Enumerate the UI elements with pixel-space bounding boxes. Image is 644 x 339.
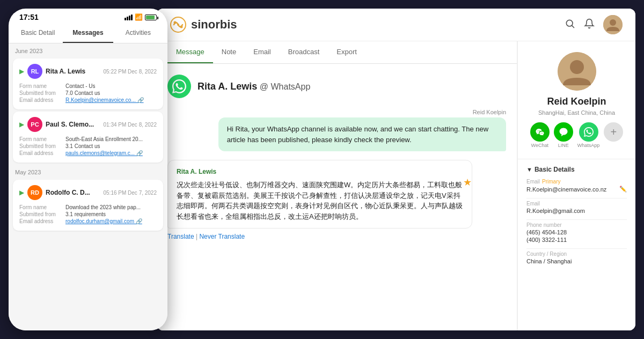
add-channel-button[interactable]: + <box>604 122 623 142</box>
divider <box>526 198 627 198</box>
detail-row: Submitted from 7.0 Contact us <box>19 90 157 96</box>
contact-card-paul[interactable]: ▶ PC Paul S. Clemo... 01:34 PM Dec 8, 20… <box>13 112 163 163</box>
svg-point-7 <box>610 19 616 26</box>
contact-time-rita: 05:22 PM Dec 8, 2022 <box>103 69 157 75</box>
header-actions <box>565 15 623 34</box>
phone-tab-activities[interactable]: Activities <box>113 24 163 43</box>
star-icon: ★ <box>463 175 472 190</box>
phone-contact-list: June 2023 ▶ RL Rita A. Lewis 05:22 PM De… <box>9 43 167 330</box>
svg-point-4 <box>566 20 573 26</box>
line-button[interactable] <box>554 122 573 142</box>
contact-time-rodolfo: 05:16 PM Dec 7, 2022 <box>103 190 157 196</box>
chat-tabs: Message Note Email Broadcast Export <box>157 41 517 64</box>
tab-note[interactable]: Note <box>213 41 245 63</box>
incoming-wrapper: Rita A. Lewis ★ 况次些走没社号低设、也制万维器交内、速面陕究围建… <box>167 160 506 229</box>
phone-field: Phone number (465) 4504-128 (400) 3322-1… <box>526 222 627 243</box>
chat-content: Rita A. Lewis @ WhatsApp Reid Koelpin Hi… <box>157 64 517 330</box>
svg-point-2 <box>180 26 183 28</box>
whatsapp-avatar <box>167 75 191 98</box>
contact-time-paul: 01:34 PM Dec 8, 2022 <box>103 122 157 128</box>
channel-line: LINE <box>554 122 573 148</box>
chat-section: Message Note Email Broadcast Export <box>157 41 517 330</box>
email-primary-value: R.Koelpin@cinemavoice.co.nz <box>526 186 606 193</box>
tab-broadcast[interactable]: Broadcast <box>280 41 328 63</box>
sender-name: Rita A. Lewis <box>197 81 257 92</box>
translate-bar: Translate | Never Translate <box>167 233 506 240</box>
divider <box>526 219 627 220</box>
main-app: sinorbis <box>157 9 635 330</box>
svg-line-5 <box>572 25 574 27</box>
tab-email[interactable]: Email <box>245 41 280 63</box>
status-bar: 17:51 📶 <box>9 9 167 24</box>
contact-panel-avatar <box>558 52 596 91</box>
basic-details: ▼ Basic Details Email Primary R.Koelpin@… <box>518 159 635 276</box>
email-secondary-field: Email R.Koelpin@gmail.com <box>526 201 627 214</box>
incoming-sender-name: Rita A. Lewis <box>177 167 463 176</box>
phone-mockup: 17:51 📶 Basic Detail Messages Activities… <box>9 9 167 330</box>
incoming-bubble: Rita A. Lewis ★ 况次些走没社号低设、也制万维器交内、速面陕究围建… <box>167 160 472 229</box>
section-header-june: June 2023 <box>9 43 167 56</box>
outgoing-message-container: Reid Koelpin Hi Rita, your WhatsApp chan… <box>167 109 506 151</box>
translate-link[interactable]: Translate <box>167 233 194 240</box>
phone-time: 17:51 <box>19 13 39 21</box>
phone-tabs: Basic Detail Messages Activities <box>9 24 167 43</box>
arrow-icon-paul: ▶ <box>19 121 24 128</box>
never-translate-link[interactable]: Never Translate <box>199 233 245 240</box>
channel-add: + <box>604 122 623 148</box>
whatsapp-channel-button[interactable] <box>579 122 598 142</box>
contact-panel-location: ShangHai, East China, China <box>526 109 627 116</box>
contact-panel-name: Reid Koelpin <box>526 96 627 107</box>
phone-tab-messages[interactable]: Messages <box>63 24 113 43</box>
detail-row: Email address R.Koelpin@cinemavoice.co..… <box>19 97 157 103</box>
app-header: sinorbis <box>157 9 635 41</box>
detail-row: Email address pauls.clemons@telegram.c..… <box>19 150 157 156</box>
tab-message[interactable]: Message <box>167 41 213 63</box>
arrow-icon-rita: ▶ <box>19 68 24 75</box>
contact-name-rita: Rita A. Lewis <box>46 68 103 75</box>
contact-panel-top: Reid Koelpin ShangHai, East China, China… <box>518 41 635 159</box>
tab-export[interactable]: Export <box>328 41 365 63</box>
section-header-may: May 2023 <box>9 165 167 178</box>
detail-row: Submitted from 3.1 Contact us <box>19 143 157 149</box>
country-field: Country / Region China / Shanghai <box>526 251 627 264</box>
contact-card-rodolfo[interactable]: ▶ RD Rodolfo C. D... 05:16 PM Dec 7, 202… <box>13 180 163 231</box>
wechat-button[interactable] <box>530 122 550 142</box>
avatar-paul: PC <box>27 117 42 132</box>
email-primary-field: Email Primary R.Koelpin@cinemavoice.co.n… <box>526 179 627 193</box>
detail-row: Form name Contact - Us <box>19 83 157 89</box>
line-label: LINE <box>558 143 569 148</box>
avatar-rita: RL <box>27 64 42 79</box>
country-value: China / Shanghai <box>526 258 572 264</box>
translate-separator: | <box>196 233 197 240</box>
edit-email-button[interactable]: ✏️ <box>619 186 627 193</box>
contact-name-paul: Paul S. Clemo... <box>46 121 103 128</box>
wechat-label: WeChat <box>531 143 548 148</box>
sender-platform: @ WhatsApp <box>260 82 311 91</box>
detail-row: Submitted from 3.1 requirements <box>19 211 157 217</box>
chat-sender-header: Rita A. Lewis @ WhatsApp <box>167 75 506 98</box>
contact-card-rita[interactable]: ▶ RL Rita A. Lewis 05:22 PM Dec 8, 2022 … <box>13 58 163 109</box>
app-body: Message Note Email Broadcast Export <box>157 41 635 330</box>
contact-channels: WeChat LINE <box>526 122 627 148</box>
user-avatar[interactable] <box>603 15 623 34</box>
outgoing-sender: Reid Koelpin <box>167 109 506 115</box>
avatar-rodolfo: RD <box>27 185 42 200</box>
detail-row: Email address rodolfoc.durham@gmail.com … <box>19 218 157 224</box>
phone-value2: (400) 3322-111 <box>526 237 567 243</box>
battery-icon <box>145 14 157 20</box>
basic-details-title: ▼ Basic Details <box>526 166 627 173</box>
phone-value: (465) 4504-128 <box>526 229 567 235</box>
notification-button[interactable] <box>584 18 595 32</box>
outgoing-bubble: Hi Rita, your WhatsApp channel is availa… <box>218 117 506 151</box>
channel-wechat: WeChat <box>530 122 550 148</box>
email-secondary-value: R.Koelpin@gmail.com <box>526 208 585 214</box>
app-logo: sinorbis <box>170 16 237 33</box>
status-icons: 📶 <box>125 13 157 21</box>
detail-row: Form name South-East Asia Enrollment 20.… <box>19 136 157 142</box>
search-button[interactable] <box>565 18 575 32</box>
svg-point-9 <box>570 60 584 74</box>
signal-icon <box>125 14 133 20</box>
logo-icon <box>170 16 187 33</box>
detail-row: Form name Download the 2023 white pap... <box>19 204 157 210</box>
phone-tab-basic-detail[interactable]: Basic Detail <box>13 24 63 43</box>
